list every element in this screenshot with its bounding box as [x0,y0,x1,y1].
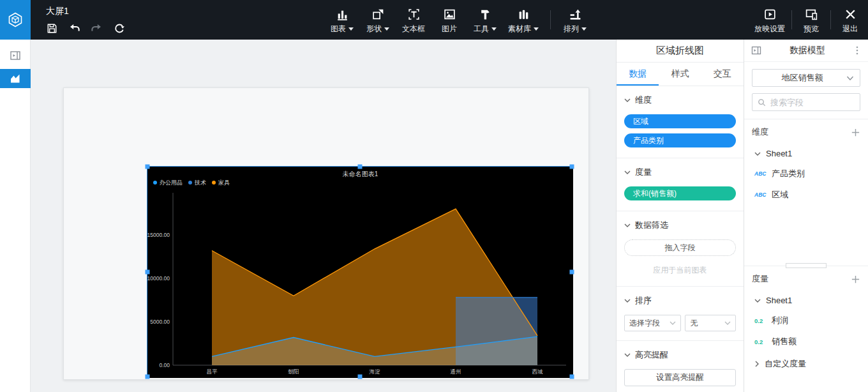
toolbar-item-tools[interactable]: 工具 [470,0,500,40]
group-label: Sheet1 [766,149,792,158]
left-sidebar [0,40,31,392]
play-settings-icon [763,6,777,21]
sidebar-item-charts[interactable] [0,69,31,88]
measure-pill-sum-sales[interactable]: 求和(销售额) [624,186,736,200]
section-measure: 度量 求和(销售额) [617,158,744,211]
toolbar-label: 图表 [331,24,346,34]
config-tabs: 数据 样式 交互 [617,63,744,86]
dimension-field-region[interactable]: ABC 区域 [754,189,860,200]
set-highlight-button[interactable]: 设置高亮提醒 [624,369,736,386]
tab-interaction[interactable]: 交互 [701,63,744,86]
save-icon [46,22,58,34]
search-icon [757,98,767,107]
exit-button[interactable]: 退出 [835,0,865,40]
field-label: 销售额 [772,336,797,347]
svg-text:昌平: 昌平 [207,368,218,375]
resize-handle-se[interactable] [570,375,574,379]
dimension-pill-region[interactable]: 区域 [624,114,736,128]
toolbar-item-shape[interactable]: 形状 [363,0,393,40]
design-canvas[interactable]: 未命名图表10.005000.0010000.0015000.00昌平朝阳海淀通… [31,40,616,392]
app-logo[interactable] [0,0,31,40]
toolbar-item-library[interactable]: 素材库 [505,0,541,40]
resize-handle-s[interactable] [357,375,362,379]
preview-button[interactable]: 预览 [796,0,827,40]
toolbar-item-image[interactable]: 图片 [434,0,465,40]
save-button[interactable] [45,21,59,35]
quick-actions [45,21,126,35]
resize-handle-sw[interactable] [146,375,150,379]
redo-icon [91,22,103,34]
svg-text:通州: 通州 [451,368,461,375]
resize-handle-nw[interactable] [146,165,150,169]
dimension-group-sheet1[interactable]: Sheet1 [754,149,860,158]
toolbar-label: 素材库 [508,24,531,34]
document-title: 大屏1 [46,6,69,17]
arrange-icon [569,6,582,21]
shape-icon [371,6,385,21]
dataset-select[interactable]: 地区销售额 [752,69,860,87]
textbox-icon [407,6,421,21]
add-measure-button[interactable] [851,275,860,284]
play-settings-button[interactable]: 放映设置 [752,0,788,40]
preview-icon [805,6,818,21]
section-title: 度量 [635,167,652,178]
toolbar-separator [550,10,551,29]
measure-group-sheet1[interactable]: Sheet1 [754,296,860,305]
chevron-down-icon [846,75,854,81]
chevron-down-icon [534,27,539,31]
dimension-field-category[interactable]: ABC 产品类别 [754,168,860,179]
chevron-right-icon [754,361,760,367]
resize-handle-e[interactable] [570,269,574,274]
toolbar-item-chart[interactable]: 图表 [327,0,357,40]
add-dimension-button[interactable] [851,128,860,137]
tab-style[interactable]: 样式 [659,63,701,86]
section-highlight-header[interactable]: 高亮提醒 [624,349,736,361]
tab-data[interactable]: 数据 [617,63,659,86]
custom-measures-group[interactable]: 自定义度量 [754,358,860,370]
toolbar-label: 放映设置 [754,24,785,34]
toolbar-label: 工具 [474,24,489,34]
section-dimension-header[interactable]: 维度 [624,94,736,106]
chart-widget[interactable]: 未命名图表10.005000.0010000.0015000.00昌平朝阳海淀通… [147,166,572,377]
resize-handle-w[interactable] [146,269,150,274]
dimension-pill-category[interactable]: 产品类别 [624,133,736,147]
panel-resize-handle[interactable] [786,263,827,268]
resize-handle-ne[interactable] [570,165,574,169]
drop-field-button[interactable]: 拖入字段 [624,239,736,256]
refresh-button[interactable] [112,21,126,35]
chevron-down-icon [624,170,631,175]
string-field-icon: ABC [754,192,766,198]
toolbar-item-arrange[interactable]: 排列 [560,0,590,40]
svg-text:10000.00: 10000.00 [147,275,170,282]
data-model-header: 数据模型 [744,40,868,62]
field-label: 区域 [772,189,788,200]
select-value: 无 [690,318,698,329]
chevron-down-icon [754,151,761,156]
more-menu-icon[interactable] [853,45,862,56]
section-measure-header[interactable]: 度量 [624,167,736,178]
artboard[interactable]: 未命名图表10.005000.0010000.0015000.00昌平朝阳海淀通… [63,87,589,380]
sort-order-select[interactable]: 无 [685,315,736,331]
collapse-panel-icon[interactable] [751,45,762,56]
chevron-down-icon [754,298,761,303]
measure-field-sales[interactable]: 0.2 销售额 [754,336,860,347]
pages-panel-icon [9,49,22,62]
number-field-icon: 0.2 [754,317,766,324]
divider [744,119,868,119]
chevron-down-icon [348,27,354,31]
measure-field-profit[interactable]: 0.2 利润 [754,315,860,326]
redo-button[interactable] [89,21,103,35]
section-sort-header[interactable]: 排序 [624,295,736,306]
svg-text:家具: 家具 [218,179,230,186]
toolbar-tools: 图表 形状 文本框 [327,0,590,40]
sort-field-select[interactable]: 选择字段 [624,315,681,331]
svg-text:0.00: 0.00 [159,362,170,368]
toolbar-item-textbox[interactable]: 文本框 [398,0,429,40]
resize-handle-n[interactable] [357,165,362,169]
data-model-title: 数据模型 [762,45,853,56]
undo-button[interactable] [67,21,81,35]
search-input[interactable] [770,98,868,107]
chevron-down-icon [670,320,676,326]
section-filter-header[interactable]: 数据筛选 [624,220,736,231]
sidebar-item-pages[interactable] [0,46,31,65]
